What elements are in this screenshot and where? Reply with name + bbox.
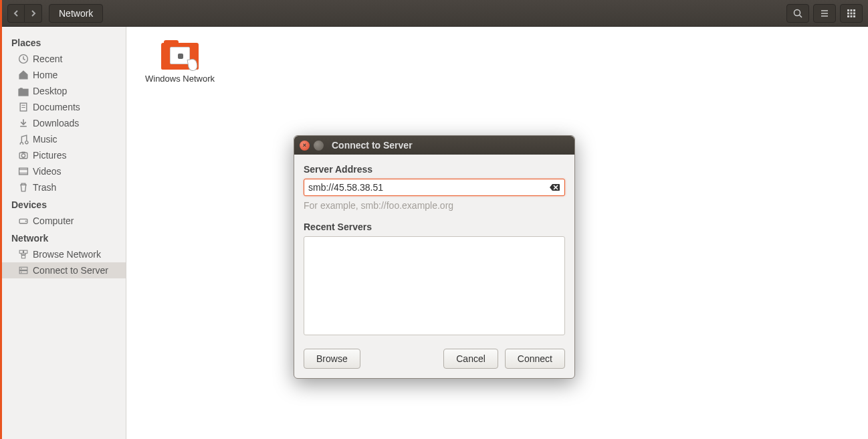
recent-servers-list[interactable] — [304, 236, 565, 335]
videos-icon — [18, 166, 29, 177]
sidebar-item-downloads[interactable]: Downloads — [2, 115, 126, 131]
path-label: Network — [59, 8, 93, 19]
pictures-icon — [18, 150, 29, 161]
clear-icon — [550, 183, 560, 192]
back-button[interactable] — [7, 4, 25, 23]
sidebar-item-music[interactable]: Music — [2, 131, 126, 147]
svg-point-33 — [21, 272, 22, 273]
server-address-input[interactable] — [308, 182, 550, 193]
sidebar-heading-places: Places — [2, 33, 126, 51]
sidebar-heading-network: Network — [2, 229, 126, 246]
search-icon — [793, 9, 802, 18]
sidebar-item-trash[interactable]: Trash — [2, 179, 126, 195]
browse-button[interactable]: Browse — [304, 349, 360, 369]
svg-rect-11 — [847, 15, 849, 17]
sidebar-item-label: Home — [33, 70, 58, 80]
svg-rect-5 — [847, 9, 849, 11]
folder-label: Windows Network — [145, 74, 215, 84]
sidebar-item-label: Pictures — [33, 150, 67, 161]
music-icon — [18, 134, 29, 145]
sidebar-item-pictures[interactable]: Pictures — [2, 147, 126, 163]
svg-rect-10 — [853, 12, 855, 14]
forward-button[interactable] — [25, 4, 42, 23]
sidebar-item-recent[interactable]: Recent — [2, 51, 126, 67]
svg-rect-13 — [853, 15, 855, 17]
connect-button[interactable]: Connect — [505, 349, 565, 369]
svg-rect-30 — [19, 267, 27, 270]
svg-rect-6 — [851, 9, 853, 11]
server-icon — [18, 265, 29, 276]
svg-rect-21 — [21, 152, 25, 153]
home-icon — [18, 70, 29, 80]
dialog-buttons: Browse Cancel Connect — [304, 349, 565, 369]
sidebar-item-computer[interactable]: Computer — [2, 213, 126, 229]
sidebar-item-connect-server[interactable]: Connect to Server — [2, 262, 126, 278]
svg-point-26 — [25, 220, 27, 222]
svg-rect-7 — [853, 9, 855, 11]
dialog-body: Server Address For example, smb://foo.ex… — [294, 155, 574, 378]
server-address-hint: For example, smb://foo.example.org — [304, 200, 565, 211]
sidebar-item-documents[interactable]: Documents — [2, 99, 126, 115]
dialog-titlebar[interactable]: × Connect to Server — [294, 136, 574, 155]
documents-icon — [18, 102, 29, 112]
sidebar-item-label: Computer — [33, 215, 74, 226]
svg-rect-31 — [19, 271, 27, 274]
window-close-button[interactable]: × — [300, 141, 310, 151]
svg-rect-15 — [19, 89, 28, 96]
computer-icon — [18, 215, 29, 226]
folder-windows-network[interactable]: Windows Network — [140, 40, 220, 426]
path-segment[interactable]: Network — [49, 4, 103, 23]
sidebar-item-label: Videos — [33, 166, 62, 177]
sidebar-heading-devices: Devices — [2, 195, 126, 213]
network-icon — [18, 249, 29, 260]
svg-rect-22 — [19, 168, 28, 175]
svg-point-0 — [794, 9, 800, 15]
search-button[interactable] — [786, 4, 809, 23]
server-address-row — [304, 179, 565, 196]
svg-rect-29 — [21, 256, 25, 258]
svg-rect-12 — [851, 15, 853, 17]
connect-to-server-dialog: × Connect to Server Server Address For e… — [294, 135, 575, 379]
svg-rect-9 — [851, 12, 853, 14]
dialog-title: Connect to Server — [332, 140, 413, 151]
sidebar: Places Recent Home Desktop Documents Dow… — [2, 27, 126, 439]
grid-icon — [847, 9, 856, 18]
sidebar-item-label: Recent — [33, 54, 62, 64]
svg-line-1 — [800, 15, 802, 17]
sidebar-item-label: Documents — [33, 102, 80, 112]
recent-servers-label: Recent Servers — [304, 222, 565, 232]
trash-icon — [18, 182, 29, 193]
view-options-button[interactable] — [813, 4, 836, 23]
svg-point-32 — [21, 268, 22, 269]
clock-icon — [18, 54, 29, 64]
svg-point-20 — [21, 154, 25, 157]
sidebar-item-home[interactable]: Home — [2, 67, 126, 83]
downloads-icon — [18, 118, 29, 128]
desktop-icon — [18, 86, 29, 96]
hamburger-icon — [820, 9, 829, 18]
sidebar-item-browse-network[interactable]: Browse Network — [2, 246, 126, 262]
server-address-label: Server Address — [304, 164, 565, 175]
sidebar-item-label: Browse Network — [33, 249, 101, 260]
network-folder-icon — [161, 40, 199, 70]
sidebar-item-desktop[interactable]: Desktop — [2, 83, 126, 99]
toolbar: Network — [2, 0, 868, 27]
sidebar-item-label: Trash — [33, 182, 56, 193]
sidebar-item-label: Connect to Server — [33, 265, 108, 276]
sidebar-item-label: Music — [33, 134, 58, 145]
svg-rect-27 — [19, 250, 23, 253]
grid-menu-button[interactable] — [840, 4, 863, 23]
cancel-button[interactable]: Cancel — [443, 349, 498, 369]
svg-rect-8 — [847, 12, 849, 14]
clear-input-button[interactable] — [550, 183, 560, 192]
sidebar-item-label: Desktop — [33, 86, 67, 96]
svg-rect-28 — [24, 250, 27, 253]
sidebar-item-videos[interactable]: Videos — [2, 163, 126, 179]
window-minimize-button[interactable] — [314, 141, 324, 151]
sidebar-item-label: Downloads — [33, 118, 79, 128]
